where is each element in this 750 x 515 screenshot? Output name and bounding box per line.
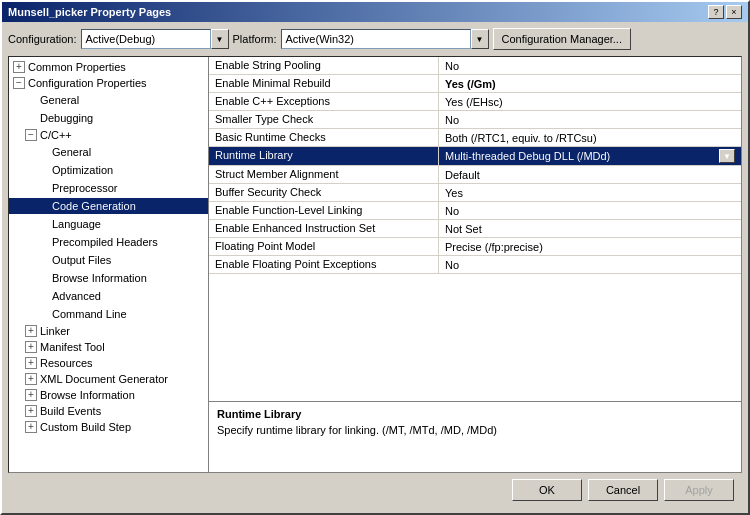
tree-item-text-cpp-browse: Browse Information	[52, 272, 147, 284]
prop-name-10: Floating Point Model	[209, 238, 439, 255]
config-manager-button[interactable]: Configuration Manager...	[493, 28, 631, 50]
tree-item-label-cpp-output[interactable]: Output Files	[9, 252, 208, 268]
tree-item-general[interactable]: General	[9, 91, 208, 109]
expand-icon-config-props[interactable]: −	[13, 77, 25, 89]
tree-item-cpp-cmdline[interactable]: Command Line	[9, 305, 208, 323]
expand-icon-xml-doc[interactable]: +	[25, 373, 37, 385]
close-button[interactable]: ×	[726, 5, 742, 19]
help-button[interactable]: ?	[708, 5, 724, 19]
tree-item-label-cpp-codegen[interactable]: Code Generation	[9, 198, 208, 214]
tree-item-cpp-optimization[interactable]: Optimization	[9, 161, 208, 179]
prop-dropdown-arrow-5[interactable]: ▼	[719, 149, 735, 163]
expand-icon-manifest[interactable]: +	[25, 341, 37, 353]
expand-icon-cpp-cmdline	[37, 307, 49, 321]
tree-item-manifest[interactable]: +Manifest Tool	[9, 339, 208, 355]
tree-item-config-props[interactable]: −Configuration Properties	[9, 75, 208, 91]
config-combo-wrapper: Active(Debug) ▼	[81, 29, 229, 49]
expand-icon-custom-build[interactable]: +	[25, 421, 37, 433]
tree-item-label-config-props[interactable]: −Configuration Properties	[9, 76, 208, 90]
tree-item-xml-doc[interactable]: +XML Document Generator	[9, 371, 208, 387]
config-combo-arrow[interactable]: ▼	[211, 29, 229, 49]
expand-icon-cpp-general	[37, 145, 49, 159]
prop-name-7: Buffer Security Check	[209, 184, 439, 201]
prop-row-5[interactable]: Runtime LibraryMulti-threaded Debug DLL …	[209, 147, 741, 166]
right-panel: Enable String PoolingNoEnable Minimal Re…	[209, 57, 741, 472]
tree-item-label-custom-build[interactable]: +Custom Build Step	[9, 420, 208, 434]
prop-row-11[interactable]: Enable Floating Point ExceptionsNo	[209, 256, 741, 274]
prop-row-4[interactable]: Basic Runtime ChecksBoth (/RTC1, equiv. …	[209, 129, 741, 147]
tree-item-resources[interactable]: +Resources	[9, 355, 208, 371]
prop-row-6[interactable]: Struct Member AlignmentDefault	[209, 166, 741, 184]
expand-icon-browse-info[interactable]: +	[25, 389, 37, 401]
tree-item-text-cpp-preprocessor: Preprocessor	[52, 182, 117, 194]
prop-row-8[interactable]: Enable Function-Level LinkingNo	[209, 202, 741, 220]
expand-icon-common-props[interactable]: +	[13, 61, 25, 73]
tree-item-custom-build[interactable]: +Custom Build Step	[9, 419, 208, 435]
tree-item-label-common-props[interactable]: +Common Properties	[9, 60, 208, 74]
tree-item-common-props[interactable]: +Common Properties	[9, 59, 208, 75]
tree-item-cpp-advanced[interactable]: Advanced	[9, 287, 208, 305]
tree-item-debugging[interactable]: Debugging	[9, 109, 208, 127]
tree-item-cpp-precomp[interactable]: Precompiled Headers	[9, 233, 208, 251]
tree-item-cpp[interactable]: −C/C++	[9, 127, 208, 143]
tree-item-label-cpp[interactable]: −C/C++	[9, 128, 208, 142]
tree-item-cpp-language[interactable]: Language	[9, 215, 208, 233]
platform-combo-arrow[interactable]: ▼	[471, 29, 489, 49]
platform-combo-box[interactable]: Active(Win32)	[281, 29, 471, 49]
prop-value-8: No	[439, 202, 741, 219]
tree-item-text-manifest: Manifest Tool	[40, 341, 105, 353]
platform-combo-wrapper: Active(Win32) ▼	[281, 29, 489, 49]
tree-item-build-events[interactable]: +Build Events	[9, 403, 208, 419]
config-combo-box[interactable]: Active(Debug)	[81, 29, 211, 49]
tree-item-label-cpp-advanced[interactable]: Advanced	[9, 288, 208, 304]
tree-item-label-cpp-general[interactable]: General	[9, 144, 208, 160]
tree-item-label-general[interactable]: General	[9, 92, 208, 108]
tree-item-cpp-output[interactable]: Output Files	[9, 251, 208, 269]
tree-item-label-resources[interactable]: +Resources	[9, 356, 208, 370]
expand-icon-cpp-codegen	[37, 199, 49, 213]
expand-icon-linker[interactable]: +	[25, 325, 37, 337]
tree-item-label-cpp-language[interactable]: Language	[9, 216, 208, 232]
tree-item-label-build-events[interactable]: +Build Events	[9, 404, 208, 418]
tree-item-text-config-props: Configuration Properties	[28, 77, 147, 89]
expand-icon-cpp-precomp	[37, 235, 49, 249]
prop-name-5: Runtime Library	[209, 147, 439, 165]
tree-item-label-cpp-optimization[interactable]: Optimization	[9, 162, 208, 178]
tree-item-cpp-preprocessor[interactable]: Preprocessor	[9, 179, 208, 197]
prop-row-7[interactable]: Buffer Security CheckYes	[209, 184, 741, 202]
tree-item-text-build-events: Build Events	[40, 405, 101, 417]
tree-item-label-cpp-cmdline[interactable]: Command Line	[9, 306, 208, 322]
prop-row-3[interactable]: Smaller Type CheckNo	[209, 111, 741, 129]
tree-item-label-xml-doc[interactable]: +XML Document Generator	[9, 372, 208, 386]
prop-row-1[interactable]: Enable Minimal RebuildYes (/Gm)	[209, 75, 741, 93]
tree-item-label-linker[interactable]: +Linker	[9, 324, 208, 338]
tree-item-label-manifest[interactable]: +Manifest Tool	[9, 340, 208, 354]
apply-button[interactable]: Apply	[664, 479, 734, 501]
prop-row-10[interactable]: Floating Point ModelPrecise (/fp:precise…	[209, 238, 741, 256]
tree-item-label-cpp-precomp[interactable]: Precompiled Headers	[9, 234, 208, 250]
tree-item-label-cpp-browse[interactable]: Browse Information	[9, 270, 208, 286]
prop-row-2[interactable]: Enable C++ ExceptionsYes (/EHsc)	[209, 93, 741, 111]
tree-item-browse-info[interactable]: +Browse Information	[9, 387, 208, 403]
tree-item-label-cpp-preprocessor[interactable]: Preprocessor	[9, 180, 208, 196]
prop-value-text-4: Both (/RTC1, equiv. to /RTCsu)	[445, 132, 597, 144]
tree-item-label-browse-info[interactable]: +Browse Information	[9, 388, 208, 402]
tree-item-cpp-browse[interactable]: Browse Information	[9, 269, 208, 287]
prop-value-10: Precise (/fp:precise)	[439, 238, 741, 255]
config-row: Configuration: Active(Debug) ▼ Platform:…	[8, 28, 742, 50]
expand-icon-build-events[interactable]: +	[25, 405, 37, 417]
tree-item-label-debugging[interactable]: Debugging	[9, 110, 208, 126]
prop-name-11: Enable Floating Point Exceptions	[209, 256, 439, 273]
tree-item-linker[interactable]: +Linker	[9, 323, 208, 339]
tree-item-cpp-general[interactable]: General	[9, 143, 208, 161]
expand-icon-resources[interactable]: +	[25, 357, 37, 369]
expand-icon-cpp[interactable]: −	[25, 129, 37, 141]
ok-button[interactable]: OK	[512, 479, 582, 501]
tree-item-cpp-codegen[interactable]: Code Generation	[9, 197, 208, 215]
cancel-button[interactable]: Cancel	[588, 479, 658, 501]
expand-icon-cpp-output	[37, 253, 49, 267]
tree-item-text-cpp-optimization: Optimization	[52, 164, 113, 176]
prop-name-2: Enable C++ Exceptions	[209, 93, 439, 110]
prop-row-9[interactable]: Enable Enhanced Instruction SetNot Set	[209, 220, 741, 238]
prop-row-0[interactable]: Enable String PoolingNo	[209, 57, 741, 75]
